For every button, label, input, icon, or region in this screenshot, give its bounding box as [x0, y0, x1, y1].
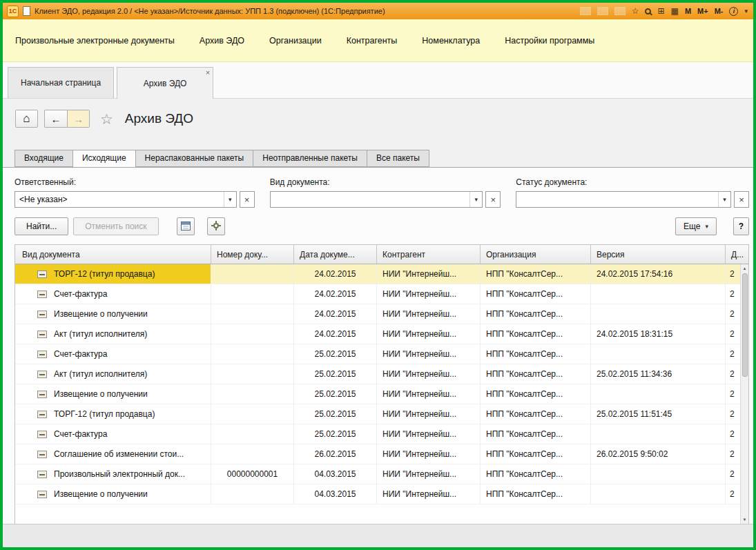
column-counterparty[interactable]: Контрагент [377, 245, 481, 264]
menu-item-organizations[interactable]: Организации [269, 36, 322, 46]
column-doc-number[interactable]: Номер доку... [211, 245, 294, 264]
menu-item-archive-edo[interactable]: Архив ЭДО [200, 36, 244, 46]
scroll-down-icon[interactable]: ▼ [741, 515, 748, 524]
close-tab-icon[interactable]: × [206, 68, 210, 77]
application-window: 1С Клиент ЭДО, редакция 2.0 / <Не указан… [0, 0, 756, 550]
forward-button[interactable]: → [67, 110, 90, 128]
column-doc-date[interactable]: Дата докуме... [294, 245, 377, 264]
cell-version: 25.02.2015 11:34:36 [591, 364, 726, 384]
tab-label: Начальная страница [21, 78, 101, 88]
doc-type-text: Произвольный электронный док... [54, 469, 185, 479]
memory-m-button[interactable]: M [685, 7, 691, 15]
cell-organization: НПП "КонсалтСер... [481, 344, 591, 364]
column-version[interactable]: Версия [591, 245, 726, 264]
cell-counterparty: НИИ "Интернейш... [377, 384, 481, 404]
memory-minus-button[interactable]: M- [715, 7, 724, 15]
table-row[interactable]: Соглашение об изменении стои... 26.02.20… [15, 444, 748, 464]
favorite-star-icon[interactable]: ☆ [100, 112, 113, 126]
calendar-icon [181, 221, 191, 233]
menu-item-counterparties[interactable]: Контрагенты [347, 36, 398, 46]
window-title: Клиент ЭДО, редакция 2.0 / <Не указан>/И… [35, 7, 576, 15]
column-doc-type[interactable]: Вид документа [15, 245, 211, 264]
table-row[interactable]: Счет-фактура 25.02.2015 НИИ "Интернейш..… [15, 424, 748, 444]
window-button-2[interactable] [597, 7, 608, 15]
scrollbar-thumb[interactable] [742, 273, 748, 377]
doc-type-text: Извещение о получении [54, 389, 148, 399]
table-row[interactable]: Извещение о получении 25.02.2015 НИИ "Ин… [15, 384, 748, 404]
more-button[interactable]: Еще ▾ [675, 217, 717, 235]
cell-doc-date: 26.02.2015 [294, 444, 377, 464]
table-row[interactable]: Извещение о получении 24.02.2015 НИИ "Ин… [15, 304, 748, 324]
menu-item-nomenclature[interactable]: Номенклатура [422, 36, 480, 46]
cancel-search-button[interactable]: Отменить поиск [73, 217, 158, 235]
filter-doc-kind: Вид документа: ▾ × [270, 177, 501, 208]
help-button[interactable]: ? [733, 217, 749, 235]
cell-version: 26.02.2015 9:50:02 [591, 444, 726, 464]
find-button[interactable]: Найти... [14, 217, 68, 235]
clear-button[interactable]: × [734, 191, 749, 208]
cell-organization: НПП "КонсалтСер... [481, 464, 591, 484]
menu-item-settings[interactable]: Настройки программы [505, 36, 594, 46]
configure-list-button[interactable] [207, 217, 225, 235]
cell-doc-number [211, 404, 294, 424]
favorites-icon[interactable]: ☆ [632, 7, 639, 15]
memory-plus-button[interactable]: M+ [697, 7, 708, 15]
scroll-up-icon[interactable]: ▲ [741, 264, 748, 273]
table-row[interactable]: Счет-фактура 25.02.2015 НИИ "Интернейш..… [15, 344, 748, 364]
window-button-3[interactable] [614, 7, 626, 15]
document-state-icon [37, 491, 47, 498]
table-row[interactable]: Извещение о получении 04.03.2015 НИИ "Ин… [15, 484, 748, 504]
table-row[interactable]: Акт (титул исполнителя) 25.02.2015 НИИ "… [15, 364, 748, 384]
table-row[interactable]: ТОРГ-12 (титул продавца) 24.02.2015 НИИ … [15, 264, 748, 284]
menu-item-arbitrary-docs[interactable]: Произвольные электронные документы [15, 36, 175, 46]
table-row[interactable]: ТОРГ-12 (титул продавца) 25.02.2015 НИИ … [15, 404, 748, 424]
window-button-1[interactable] [580, 7, 591, 15]
tab-outgoing[interactable]: Исходящие [72, 150, 136, 168]
doc-status-combobox[interactable]: ▾ [516, 191, 731, 208]
table-row[interactable]: Акт (титул исполнителя) 24.02.2015 НИИ "… [15, 324, 748, 344]
chevron-down-icon[interactable]: ▾ [718, 192, 730, 207]
tab-unpacked-packages[interactable]: Нераспакованные пакеты [135, 150, 254, 167]
search-icon[interactable] [645, 8, 651, 14]
window-tab-bar: Начальная страница Архив ЭДО × [3, 62, 753, 99]
tab-all-packages[interactable]: Все пакеты [367, 150, 429, 167]
chevron-down-icon[interactable]: ▾ [224, 192, 236, 207]
column-extra[interactable]: Д... [726, 245, 748, 264]
back-button[interactable]: ← [44, 110, 67, 128]
cell-counterparty: НИИ "Интернейш... [377, 304, 481, 324]
cell-counterparty: НИИ "Интернейш... [377, 364, 481, 384]
filter-doc-status: Статус документа: ▾ × [516, 177, 749, 208]
tab-home-page[interactable]: Начальная страница [8, 67, 114, 98]
vertical-scrollbar[interactable]: ▲ ▼ [740, 264, 748, 524]
chevron-down-icon[interactable]: ▾ [469, 192, 482, 207]
cell-doc-type: Счет-фактура [15, 284, 211, 304]
column-organization[interactable]: Организация [481, 245, 591, 264]
list-tab-bar: Входящие Исходящие Нераспакованные пакет… [14, 150, 753, 167]
document-state-icon [37, 451, 47, 458]
cell-organization: НПП "КонсалтСер... [481, 304, 591, 324]
command-bar: Найти... Отменить поиск Еще ▾ ? [14, 217, 749, 235]
info-icon[interactable]: i [729, 7, 738, 16]
clear-button[interactable]: × [240, 191, 255, 208]
calculator-icon[interactable]: ⊞ [657, 7, 664, 15]
main-menu: Произвольные электронные документы Архив… [3, 19, 753, 62]
tab-archive-edo[interactable]: Архив ЭДО × [117, 67, 213, 99]
cell-doc-date: 25.02.2015 [294, 344, 377, 364]
tab-incoming[interactable]: Входящие [14, 150, 73, 167]
doc-kind-combobox[interactable]: ▾ [270, 191, 483, 208]
tab-unsent-packages[interactable]: Неотправленные пакеты [253, 150, 367, 167]
table-row[interactable]: Счет-фактура 24.02.2015 НИИ "Интернейш..… [15, 284, 748, 304]
gear-icon [211, 221, 221, 233]
calendar-grid-icon[interactable]: ▦ [671, 7, 679, 15]
cell-counterparty: НИИ "Интернейш... [377, 464, 481, 484]
cell-organization: НПП "КонсалтСер... [481, 404, 591, 424]
chevron-down-icon[interactable]: ▾ [744, 8, 748, 14]
clear-button[interactable]: × [485, 191, 501, 208]
home-button[interactable]: ⌂ [15, 110, 38, 128]
page-title: Архив ЭДО [125, 111, 193, 126]
responsible-combobox[interactable]: <Не указан> ▾ [14, 191, 237, 208]
set-period-button[interactable] [177, 217, 195, 235]
table-row[interactable]: Произвольный электронный док... 00000000… [15, 464, 748, 484]
cell-counterparty: НИИ "Интернейш... [377, 424, 481, 444]
document-state-icon [37, 291, 47, 298]
